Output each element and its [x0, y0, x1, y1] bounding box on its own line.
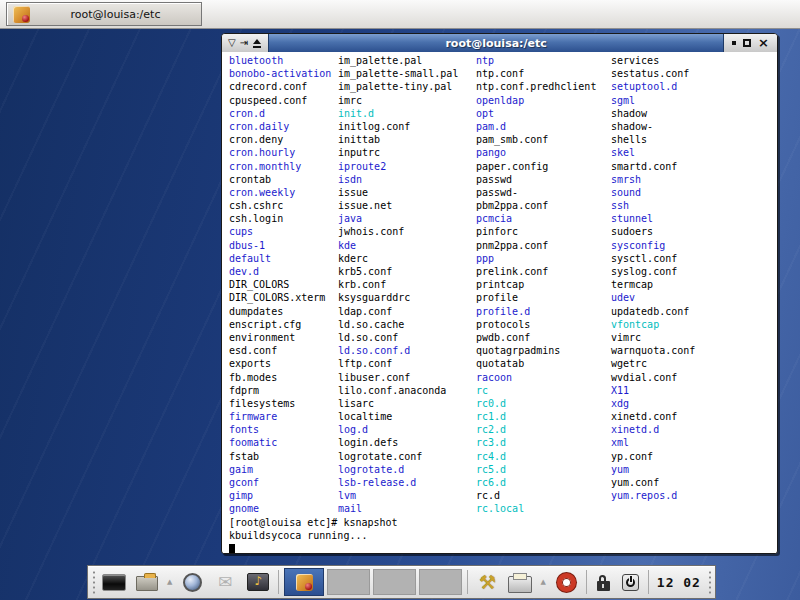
- home-folder-button[interactable]: [132, 568, 162, 596]
- file-entry: bluetooth: [229, 54, 331, 67]
- taskbar-button-konsole[interactable]: root@louisa:/etc: [6, 2, 202, 26]
- maximize-icon[interactable]: [743, 39, 751, 47]
- file-entry: vimrc: [611, 331, 695, 344]
- file-entry: profile: [476, 291, 596, 304]
- file-entry: im_palette-small.pal: [338, 67, 458, 80]
- file-entry: shadow-: [611, 120, 695, 133]
- tab-arrow-icon[interactable]: ⇥: [240, 35, 248, 51]
- file-entry: printcap: [476, 278, 596, 291]
- active-task-button-konsole[interactable]: [284, 568, 324, 596]
- file-entry: gconf: [229, 476, 331, 489]
- menu-triangle-icon[interactable]: ▽: [228, 35, 236, 51]
- status-line: kbuildsycoca running...: [229, 529, 398, 542]
- window-title-area: root@louisa:/etc: [268, 34, 724, 52]
- file-entry: vfontcap: [611, 318, 695, 331]
- file-entry: racoon: [476, 371, 596, 384]
- terminal-screen[interactable]: bluetoothbonobo-activationcdrecord.confc…: [223, 52, 776, 553]
- file-entry: updatedb.conf: [611, 305, 695, 318]
- file-entry: java: [338, 212, 458, 225]
- panel-grip-left[interactable]: [91, 569, 96, 595]
- file-entry: csh.cshrc: [229, 199, 331, 212]
- file-entry: gimp: [229, 489, 331, 502]
- web-browser-icon: [183, 573, 202, 592]
- lock-icon: [597, 581, 610, 591]
- panel-separator: [278, 570, 279, 594]
- file-entry: yum.conf: [611, 476, 695, 489]
- file-entry: rc5.d: [476, 463, 596, 476]
- file-entry: cron.d: [229, 107, 331, 120]
- file-entry: krb.conf: [338, 278, 458, 291]
- file-entry: shells: [611, 133, 695, 146]
- printer-button[interactable]: [505, 568, 535, 596]
- file-entry: environment: [229, 331, 331, 344]
- file-entry: smartd.conf: [611, 160, 695, 173]
- show-desktop-icon: [102, 574, 126, 591]
- file-entry: fonts: [229, 423, 331, 436]
- file-entry: protocols: [476, 318, 596, 331]
- file-entry: inputrc: [338, 146, 458, 159]
- file-entry: sestatus.conf: [611, 67, 695, 80]
- lock-screen-button[interactable]: [592, 568, 616, 596]
- file-entry: im_palette-tiny.pal: [338, 80, 458, 93]
- file-entry: lisarc: [338, 397, 458, 410]
- file-entry: rc6.d: [476, 476, 596, 489]
- file-entry: esd.conf: [229, 344, 331, 357]
- top-taskbar: root@louisa:/etc: [0, 0, 800, 29]
- file-entry: ksysguarddrc: [338, 291, 458, 304]
- file-entry: lftp.conf: [338, 357, 458, 370]
- file-entry: paper.config: [476, 160, 596, 173]
- file-entry: syslog.conf: [611, 265, 695, 278]
- minimize-icon[interactable]: [732, 41, 736, 45]
- file-entry: inittab: [338, 133, 458, 146]
- file-entry: imrc: [338, 94, 458, 107]
- file-entry: pango: [476, 146, 596, 159]
- file-entry: fdprm: [229, 384, 331, 397]
- file-entry: dumpdates: [229, 305, 331, 318]
- tools-icon: ⚒: [479, 572, 496, 592]
- file-entry: sysctl.conf: [611, 252, 695, 265]
- titlebar-left-buttons: ▽ ⇥: [222, 34, 268, 52]
- panel-clock[interactable]: 12 02: [654, 575, 704, 590]
- help-button[interactable]: [551, 568, 581, 596]
- close-icon[interactable]: ×: [758, 36, 769, 50]
- file-entry: log.d: [338, 423, 458, 436]
- eject-icon[interactable]: [252, 38, 262, 48]
- cursor-line: [229, 542, 398, 553]
- window-title: root@louisa:/etc: [445, 37, 546, 50]
- konsole-icon: [13, 6, 30, 23]
- file-entry: foomatic: [229, 436, 331, 449]
- file-entry: rc: [476, 384, 596, 397]
- panel-expand-arrow-icon[interactable]: ▲: [538, 578, 548, 586]
- panel-grip-right[interactable]: [707, 569, 712, 595]
- logout-button[interactable]: [619, 568, 643, 596]
- control-center-button[interactable]: ⚒: [473, 568, 503, 596]
- file-entry: profile.d: [476, 305, 596, 318]
- multimedia-icon: ♪: [247, 573, 269, 591]
- panel-separator: [467, 570, 468, 594]
- file-entry: csh.login: [229, 212, 331, 225]
- file-entry: ntp.conf: [476, 67, 596, 80]
- web-browser-button[interactable]: [178, 568, 208, 596]
- file-entry: services: [611, 54, 695, 67]
- file-entry: passwd: [476, 173, 596, 186]
- file-entry: cron.monthly: [229, 160, 331, 173]
- file-entry: ntp.conf.predhclient: [476, 80, 596, 93]
- multimedia-button[interactable]: ♪: [243, 568, 273, 596]
- file-entry: issue: [338, 186, 458, 199]
- file-entry: sudoers: [611, 225, 695, 238]
- file-entry: rc1.d: [476, 410, 596, 423]
- power-icon: [622, 574, 639, 591]
- file-entry: openldap: [476, 94, 596, 107]
- mail-button[interactable]: ✉: [211, 568, 241, 596]
- file-entry: xml: [611, 436, 695, 449]
- file-entry: pam.d: [476, 120, 596, 133]
- show-desktop-button[interactable]: [99, 568, 129, 596]
- file-entry: ssh: [611, 199, 695, 212]
- file-entry: udev: [611, 291, 695, 304]
- listing-column-2: im_palette.palim_palette-small.palim_pal…: [338, 54, 458, 516]
- panel-expand-arrow-icon[interactable]: ▲: [165, 578, 175, 586]
- file-entry: ntp: [476, 54, 596, 67]
- file-entry: cups: [229, 225, 331, 238]
- file-entry: X11: [611, 384, 695, 397]
- window-titlebar[interactable]: ▽ ⇥ root@louisa:/etc ×: [222, 34, 777, 52]
